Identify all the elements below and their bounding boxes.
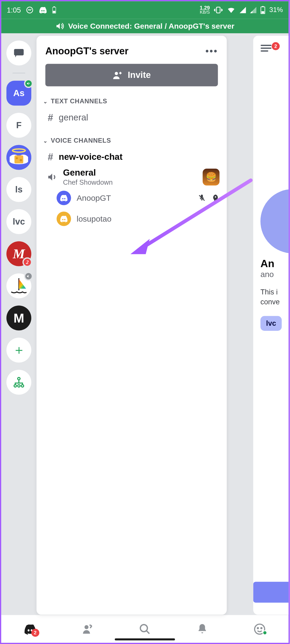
svg-point-20: [215, 196, 216, 198]
peek-name: An: [261, 257, 289, 270]
voice-indicator-icon: [24, 79, 33, 88]
tab-notifications[interactable]: [192, 619, 212, 639]
rocket-icon: [212, 194, 220, 202]
voice-channel-activity: Chef Showdown: [63, 179, 197, 187]
voice-channel-new-voice-chat[interactable]: # new-voice-chat: [37, 148, 227, 166]
peek-description: This iconve: [261, 287, 289, 308]
android-nav-pill[interactable]: [115, 638, 175, 641]
invite-button[interactable]: Invite: [45, 64, 218, 86]
invite-label: Invite: [128, 70, 151, 80]
signal-icon-2: [250, 7, 256, 13]
svg-rect-7: [261, 11, 264, 13]
svg-rect-11: [14, 156, 23, 164]
server-active[interactable]: As: [6, 81, 31, 106]
battery-icon: [260, 6, 265, 14]
android-status-bar: 1:05 1.29 KB/S 31%: [1, 1, 289, 19]
more-icon[interactable]: •••: [205, 46, 218, 57]
speaker-icon: [47, 172, 58, 182]
voice-user-name: losupotao: [77, 214, 112, 223]
vibrate-icon: [214, 6, 223, 14]
text-channels-header[interactable]: ⌄ TEXT CHANNELS: [37, 98, 227, 109]
svg-point-15: [14, 385, 17, 387]
menu-badge: 2: [272, 42, 280, 50]
text-channel-general[interactable]: # general: [37, 109, 227, 127]
server-rail: As F ls lvc M 2: [1, 33, 37, 615]
svg-point-14: [18, 377, 20, 380]
server-item[interactable]: [6, 145, 31, 170]
voice-channel-name: General: [63, 168, 197, 178]
voice-channels-header[interactable]: ⌄ VOICE CHANNELS: [37, 137, 227, 148]
network-speed: 1.29 KB/S: [200, 6, 210, 14]
channel-panel: AnoopGT's server ••• Invite ⌄ TEXT CHANN…: [37, 36, 227, 615]
svg-rect-8: [14, 49, 24, 55]
svg-point-18: [115, 72, 118, 75]
svg-point-24: [140, 624, 147, 631]
peek-handle: ano: [261, 270, 289, 279]
svg-point-13: [20, 159, 22, 161]
status-time: 1:05: [7, 6, 21, 14]
chevron-down-icon: ⌄: [43, 138, 48, 144]
server-item[interactable]: [6, 274, 31, 298]
hash-icon: #: [48, 151, 53, 163]
wifi-icon: [227, 6, 235, 14]
server-item[interactable]: ls: [6, 177, 31, 202]
server-item[interactable]: M: [6, 306, 31, 331]
server-title[interactable]: AnoopGT's server: [45, 46, 129, 57]
profile-avatar-large: [261, 189, 289, 253]
activity-icon: 🍔: [203, 169, 220, 185]
peek-action-bar[interactable]: [253, 582, 289, 603]
hash-icon: #: [48, 112, 53, 123]
voice-user[interactable]: AnoopGT: [37, 188, 227, 209]
chevron-down-icon: ⌄: [43, 98, 48, 104]
add-server-button[interactable]: ＋: [6, 338, 31, 363]
invite-icon: [112, 71, 123, 79]
svg-rect-4: [216, 7, 220, 13]
svg-point-23: [84, 625, 88, 629]
server-item[interactable]: M 2: [6, 241, 31, 266]
discord-status-icon: [39, 6, 47, 14]
chat-peek[interactable]: 2 An ano This iconve lvc: [253, 36, 289, 615]
battery-percent: 31%: [269, 6, 283, 14]
discover-button[interactable]: [6, 370, 31, 395]
svg-rect-6: [262, 6, 264, 7]
cheese-angel-icon: [6, 145, 31, 170]
svg-point-16: [18, 385, 20, 387]
tab-profile[interactable]: [250, 619, 270, 639]
server-item[interactable]: lvc: [6, 209, 31, 234]
server-badge: 2: [22, 257, 32, 267]
server-item[interactable]: F: [6, 113, 31, 138]
svg-point-17: [21, 385, 24, 387]
svg-line-25: [146, 630, 149, 633]
voice-user-name: AnoopGT: [77, 193, 111, 203]
mute-indicator-icon: [24, 272, 33, 281]
menu-icon[interactable]: [261, 44, 272, 53]
messenger-icon: [26, 6, 34, 14]
avatar: [57, 191, 71, 205]
tab-friends[interactable]: [77, 619, 97, 639]
svg-point-27: [258, 627, 259, 628]
dm-button[interactable]: [6, 41, 31, 66]
mic-muted-icon: [198, 194, 206, 202]
avatar: [57, 212, 71, 226]
server-active-label: As: [13, 88, 24, 99]
svg-point-28: [261, 627, 262, 628]
battery-small-icon: [52, 6, 56, 14]
voice-connected-banner[interactable]: Voice Connected: General / AnoopGT's ser…: [1, 19, 289, 33]
peek-chip[interactable]: lvc: [261, 316, 282, 331]
voice-user[interactable]: losupotao: [37, 209, 227, 229]
rail-divider: [13, 73, 25, 74]
tab-badge: 2: [31, 628, 39, 637]
speaker-icon: [55, 22, 64, 31]
voice-banner-text: Voice Connected: General / AnoopGT's ser…: [68, 22, 234, 31]
svg-rect-3: [53, 11, 55, 13]
svg-rect-2: [54, 6, 55, 7]
online-status-icon: [263, 630, 268, 635]
svg-point-12: [16, 157, 18, 159]
voice-channel-general[interactable]: General Chef Showdown 🍔: [37, 166, 227, 188]
tab-search[interactable]: [135, 619, 155, 639]
tab-home[interactable]: 2: [20, 619, 40, 639]
signal-icon-1: [239, 7, 246, 13]
